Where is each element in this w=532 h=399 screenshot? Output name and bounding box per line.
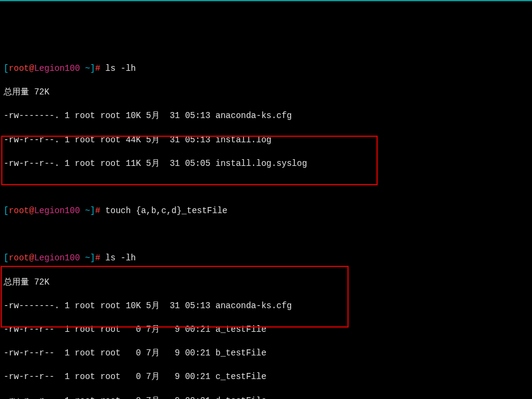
highlight-box-2: [1, 266, 349, 328]
ls-row: -rw-------. 1 root root 10K 5月 31 05:13 …: [4, 300, 528, 312]
ls-row: -rw-r--r-- 1 root root 0 7月 9 00:21 b_te…: [4, 348, 528, 360]
total-line: 总用量 72K: [4, 277, 528, 289]
ls-row: -rw-r--r-- 1 root root 0 7月 9 00:21 c_te…: [4, 371, 528, 383]
prompt-line: [root@Legion100 ~]# ls -lh: [4, 252, 528, 265]
ls-row: -rw-r--r--. 1 root root 11K 5月 31 05:05 …: [4, 158, 528, 170]
ls-row: -rw-r--r-- 1 root root 0 7月 9 00:21 a_te…: [4, 324, 528, 336]
total-line: 总用量 72K: [4, 87, 528, 99]
command: touch {a,b,c,d}_testFile: [105, 206, 228, 216]
prompt-line: [root@Legion100 ~]# ls -lh: [4, 63, 528, 75]
terminal[interactable]: { "prompt": { "bracket_open": "[", "user…: [0, 1, 532, 399]
ls-row: -rw-------. 1 root root 10K 5月 31 05:13 …: [4, 110, 528, 122]
ls-row: -rw-r--r--. 1 root root 44K 5月 31 05:13 …: [4, 134, 528, 147]
ls-row: -rw-r--r-- 1 root root 0 7月 9 00:21 d_te…: [4, 395, 528, 399]
command: ls -lh: [105, 253, 136, 263]
prompt-line: [root@Legion100 ~]# touch {a,b,c,d}_test…: [4, 205, 528, 217]
command: ls -lh: [105, 64, 136, 73]
